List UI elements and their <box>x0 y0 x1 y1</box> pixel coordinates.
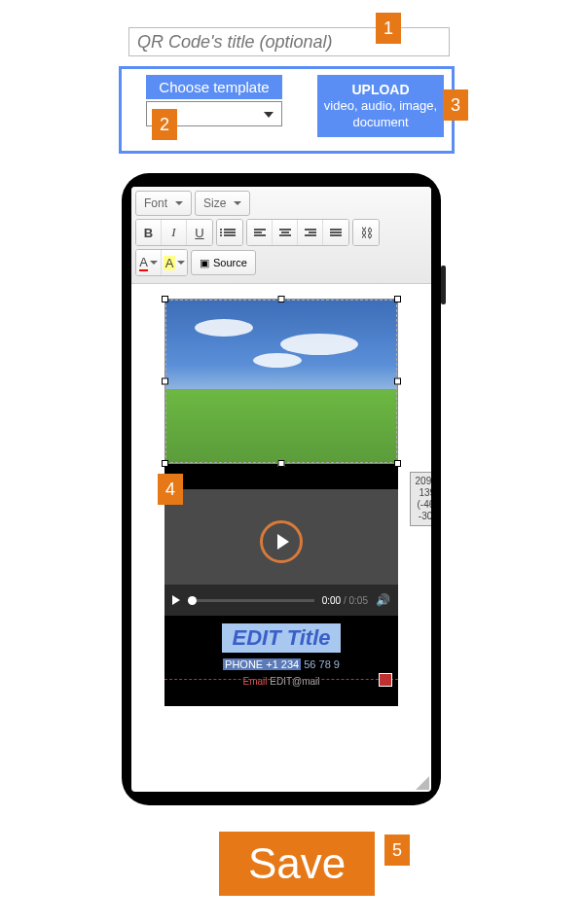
upload-button[interactable]: UPLOAD video, audio, image, document <box>317 75 444 137</box>
source-label: Source <box>213 257 247 268</box>
choose-template-label: Choose template <box>146 75 282 99</box>
video-seek-track[interactable] <box>188 599 314 602</box>
callout-badge-2: 2 <box>152 109 177 140</box>
volume-icon[interactable]: 🔊 <box>376 593 390 607</box>
bg-color-button[interactable]: A <box>162 250 187 275</box>
editable-title[interactable]: EDIT Title <box>222 623 340 653</box>
text-content-block[interactable]: EDIT Title PHONE +1 234 56 78 9 Email ED… <box>164 616 398 706</box>
chevron-down-icon <box>175 201 183 205</box>
bullet-list-button[interactable] <box>217 220 242 245</box>
callout-badge-1: 1 <box>376 13 401 44</box>
align-justify-button[interactable] <box>323 220 348 245</box>
font-dropdown[interactable]: Font <box>135 191 192 216</box>
underline-button[interactable]: U <box>187 220 212 245</box>
seek-thumb[interactable] <box>188 596 197 605</box>
phone-text[interactable]: PHONE +1 234 56 78 9 <box>164 658 398 670</box>
callout-badge-4: 4 <box>158 474 183 505</box>
save-button[interactable]: Save <box>219 832 375 896</box>
selected-image-block[interactable]: 209 x 139 (-46, -30) <box>164 299 398 464</box>
landscape-image <box>164 299 398 464</box>
align-right-button[interactable] <box>298 220 323 245</box>
qr-title-input[interactable] <box>128 27 450 56</box>
callout-badge-3: 3 <box>443 89 468 121</box>
size-dropdown[interactable]: Size <box>195 191 250 216</box>
source-button[interactable]: ▣ Source <box>191 250 256 275</box>
text-color-button[interactable]: A <box>136 250 162 275</box>
play-icon[interactable] <box>172 595 180 605</box>
cursor-marker <box>379 673 392 687</box>
font-label: Font <box>144 196 167 210</box>
link-button[interactable]: ⛓ <box>353 220 379 245</box>
callout-badge-5: 5 <box>384 835 410 866</box>
video-controls: 0:00 / 0:05 🔊 <box>164 585 398 616</box>
video-player[interactable]: 0:00 / 0:05 🔊 <box>164 489 398 616</box>
chevron-down-icon <box>177 261 185 265</box>
email-text[interactable]: Email EDIT@mail <box>164 676 398 687</box>
align-left-button[interactable] <box>247 220 273 245</box>
phone-side-button <box>441 266 446 304</box>
video-time: 0:00 / 0:05 <box>322 595 368 606</box>
size-label: Size <box>203 196 226 210</box>
editor-resize-grip[interactable] <box>416 776 429 790</box>
cursor-line <box>164 679 398 680</box>
upload-line2: video, audio, image, document <box>321 98 440 131</box>
align-center-button[interactable] <box>273 220 298 245</box>
source-icon: ▣ <box>200 257 209 269</box>
dimension-tooltip: 209 x 139 (-46, -30) <box>410 472 431 526</box>
editor-content-area[interactable]: 209 x 139 (-46, -30) 0:00 / 0:05 <box>131 284 431 787</box>
bold-button[interactable]: B <box>136 220 162 245</box>
italic-button[interactable]: I <box>162 220 187 245</box>
play-button[interactable] <box>260 520 303 563</box>
chevron-down-icon <box>150 261 158 265</box>
chevron-down-icon <box>234 201 241 205</box>
editor-toolbar: Font Size B I U <box>131 187 431 284</box>
black-spacer <box>164 464 398 489</box>
upload-line1: UPLOAD <box>321 81 440 98</box>
